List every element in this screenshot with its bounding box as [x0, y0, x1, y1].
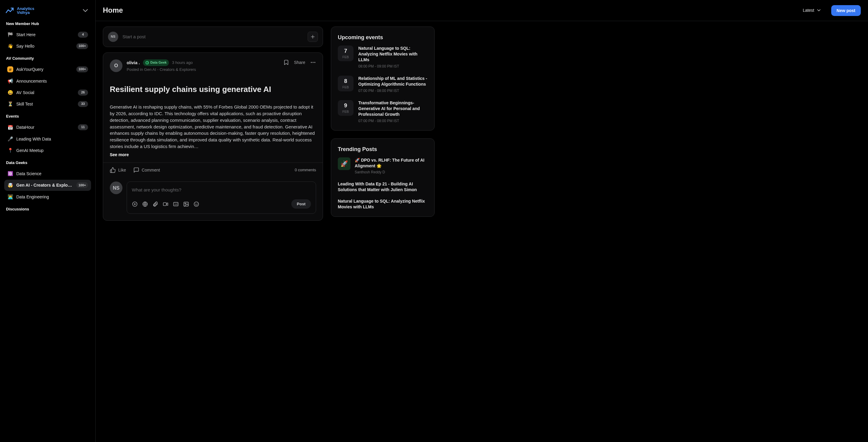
svg-point-2 [311, 62, 312, 63]
sidebar-item-data-science[interactable]: ⚛️ Data Science [4, 168, 91, 179]
event-date-chip: 8 FEB [338, 76, 353, 91]
sidebar-item-start-here[interactable]: 🏁 Start Here 4 [4, 29, 91, 40]
posted-in-link[interactable]: Gen AI - Creators & Explorers [144, 67, 196, 72]
post-author[interactable]: olivia . [127, 60, 140, 66]
trending-item[interactable]: Leading With Data Ep 21 - Building AI So… [338, 181, 428, 193]
attach-gif-button[interactable]: GIF [173, 201, 179, 207]
chevron-down-icon [816, 7, 822, 13]
posted-in: Posted in Gen AI - Creators & Explorers [127, 67, 196, 73]
sidebar-item-av-social[interactable]: 😀 AV Social 26 [4, 87, 91, 98]
sidebar-item-label: AskYourQuery [16, 66, 73, 72]
sidebar-item-label: Announcements [16, 78, 88, 84]
sidebar-item-label: Say Hello [16, 43, 73, 49]
reaction-bar: Like Comment 0 comments [103, 162, 323, 177]
brand-text: Analytics Vidhya [17, 7, 34, 14]
bookmark-button[interactable] [283, 59, 289, 65]
count-badge: 100+ [76, 66, 88, 72]
event-item[interactable]: 9 FEB Transformative Beginnings- Generat… [338, 100, 428, 124]
sidebar-item-label: Skill Test [16, 101, 75, 107]
sidebar-item-askyourquery[interactable]: # AskYourQuery 100+ [4, 64, 91, 75]
globe-icon [142, 201, 148, 207]
atom-icon: ⚛️ [7, 171, 13, 177]
comments-count[interactable]: 0 comments [294, 167, 316, 173]
comment-post-button[interactable]: Post [291, 199, 311, 209]
attach-generic-button[interactable] [132, 201, 138, 207]
attach-emoji-button[interactable] [193, 201, 199, 207]
pin-icon: 📍 [7, 148, 13, 154]
attach-image-button[interactable] [183, 201, 189, 207]
trending-title: 🚀 DPO vs. RLHF: The Future of AI Alignme… [355, 157, 428, 169]
author-avatar[interactable]: O [110, 59, 122, 72]
trending-item[interactable]: Natural Language to SQL: Analyzing Netfl… [338, 198, 428, 210]
event-time: 08:00 PM - 09:00 PM IST [358, 64, 428, 69]
brand[interactable]: Analytics Vidhya [5, 6, 90, 15]
more-icon [310, 59, 316, 65]
composer-add-button[interactable] [308, 32, 318, 42]
count-badge: 11 [78, 124, 88, 130]
like-button[interactable]: Like [110, 167, 126, 173]
sidebar-section-title: Discussions [6, 207, 89, 212]
brand-logo-icon [5, 6, 14, 15]
post-card: O olivia . ▲ Data Geek 3 hours ago [103, 53, 323, 221]
svg-point-4 [314, 62, 315, 63]
svg-point-16 [194, 202, 199, 206]
sidebar-item-say-hello[interactable]: 👋 Say Hello 100+ [4, 41, 91, 52]
sort-dropdown[interactable]: Latest [799, 5, 825, 16]
wave-icon: 👋 [7, 43, 13, 49]
sort-label: Latest [803, 7, 814, 13]
event-item[interactable]: 7 FEB Natural Language to SQL: Analyzing… [338, 45, 428, 69]
upcoming-events-card: Upcoming events 7 FEB Natural Language t… [331, 27, 435, 131]
event-time: 07:00 PM - 08:00 PM IST [358, 119, 428, 124]
sidebar-item-leading-with-data[interactable]: 🎤 Leading With Data [4, 133, 91, 145]
badge-arrow-icon: ▲ [145, 61, 149, 65]
sidebar-item-skill-test[interactable]: ⏳ Skill Test 33 [4, 99, 91, 109]
sidebar-item-announcements[interactable]: 📢 Announcements [4, 76, 91, 87]
thumbs-up-icon [110, 167, 116, 173]
post-title[interactable]: Resilient supply chains using generative… [103, 83, 323, 95]
post-header: O olivia . ▲ Data Geek 3 hours ago [103, 53, 323, 76]
event-date-chip: 9 FEB [338, 100, 353, 116]
current-user-avatar: NS [108, 32, 118, 42]
trending-title: Leading With Data Ep 21 - Building AI So… [338, 181, 428, 193]
post-more-button[interactable] [310, 59, 316, 65]
see-more-button[interactable]: See more [103, 150, 323, 162]
attach-video-button[interactable] [162, 201, 168, 207]
event-time: 07:00 PM - 08:00 PM IST [358, 88, 428, 93]
sidebar-item-label: GenAI Meetup [16, 148, 88, 154]
event-item[interactable]: 8 FEB Relationship of ML and Statistics … [338, 76, 428, 93]
attach-link-button[interactable] [142, 201, 148, 207]
sidebar-item-genai-meetup[interactable]: 📍 GenAI Meetup [4, 145, 91, 156]
svg-rect-10 [163, 202, 166, 206]
sidebar-item-label: AV Social [16, 90, 75, 96]
comment-textarea[interactable]: What are your thoughts? [132, 187, 311, 193]
sidebar-item-data-engineering[interactable]: 👨‍💻 Data Engineering [4, 191, 91, 202]
sidebar-section-title: Data Geeks [6, 160, 89, 166]
megaphone-icon: 📢 [7, 78, 13, 84]
main: Home Latest New post NS Start a post [96, 0, 868, 442]
plus-icon [310, 34, 315, 39]
share-button[interactable]: Share [294, 59, 305, 65]
sidebar: Analytics Vidhya New Member Hub 🏁 Start … [0, 0, 96, 442]
comment-input-wrapper: What are your thoughts? [127, 182, 316, 214]
sidebar-section-title: AV Community [6, 56, 89, 62]
sidebar-item-gen-ai-creators[interactable]: 🤯 Gen AI - Creators & Explo… 100+ [4, 180, 91, 191]
trending-title: Natural Language to SQL: Analyzing Netfl… [338, 198, 428, 210]
post-time: 3 hours ago [172, 60, 193, 66]
hash-icon: # [7, 66, 13, 72]
trending-item[interactable]: 🚀 🚀 DPO vs. RLHF: The Future of AI Align… [338, 157, 428, 175]
composer[interactable]: NS Start a post [103, 27, 323, 47]
paperclip-icon [152, 201, 158, 207]
calendar-icon: 📅 [7, 124, 13, 130]
attach-file-button[interactable] [152, 201, 158, 207]
feed: NS Start a post O olivia . [103, 27, 323, 221]
sidebar-item-datahour[interactable]: 📅 DataHour 11 [4, 122, 91, 133]
sidebar-item-label: Data Engineering [16, 194, 88, 200]
smile-icon: 😀 [7, 90, 13, 96]
sidebar-collapse-button[interactable] [81, 6, 90, 15]
author-badge: ▲ Data Geek [143, 59, 169, 66]
new-post-button[interactable]: New post [831, 5, 861, 16]
share-label: Share [294, 59, 305, 65]
page-title: Home [103, 5, 123, 16]
trending-posts-card: Trending Posts 🚀 🚀 DPO vs. RLHF: The Fut… [331, 138, 435, 217]
comment-button[interactable]: Comment [133, 167, 160, 173]
